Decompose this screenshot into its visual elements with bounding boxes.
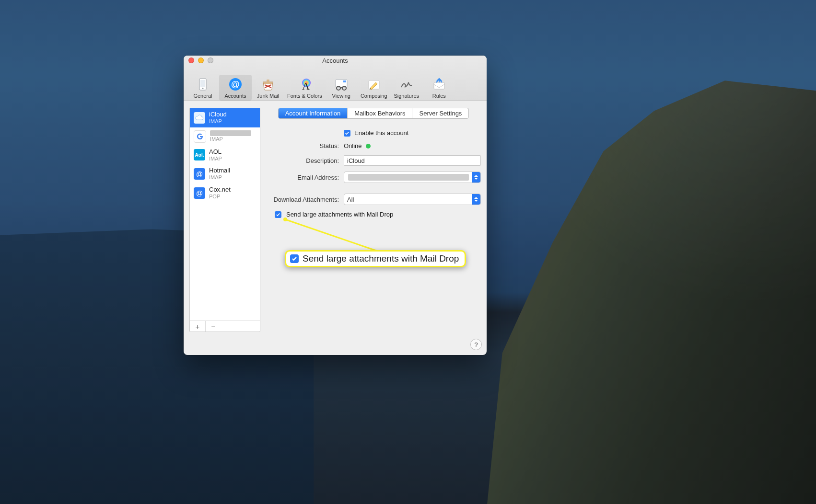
toolbar-signatures[interactable]: Signatures: [390, 75, 423, 101]
toolbar-rules[interactable]: Rules: [423, 75, 455, 101]
aol-icon: Aol.: [194, 149, 205, 160]
minimize-window-button[interactable]: [198, 57, 204, 63]
toolbar-signatures-label: Signatures: [394, 93, 419, 99]
remove-account-button[interactable]: −: [206, 321, 221, 332]
annotation-checkbox-icon: [290, 254, 299, 263]
annotation-callout: Send large attachments with Mail Drop: [285, 250, 466, 267]
toolbar-general-label: General: [193, 93, 212, 99]
window-footer: ?: [184, 336, 487, 355]
account-row-icloud[interactable]: iCloud IMAP: [190, 108, 260, 127]
toolbar-fonts-label: Fonts & Colors: [287, 93, 322, 99]
rules-icon: [431, 77, 447, 92]
accounts-sidebar: iCloud IMAP IMAP Aol. AO: [189, 108, 260, 332]
tab-account-information[interactable]: Account Information: [279, 108, 348, 118]
account-protocol: IMAP: [209, 118, 227, 125]
email-address-popup[interactable]: [344, 172, 481, 183]
description-field[interactable]: iCloud: [344, 155, 481, 166]
email-row: Email Address:: [266, 172, 481, 183]
toolbar-junk-label: Junk Mail: [257, 93, 279, 99]
download-attachments-popup[interactable]: All: [344, 194, 481, 205]
popup-arrows-icon: [472, 172, 480, 183]
mail-drop-label: Send large attachments with Mail Drop: [286, 211, 393, 218]
accounts-icon: @: [228, 77, 243, 92]
account-row-google[interactable]: IMAP: [190, 127, 260, 146]
mail-drop-checkbox[interactable]: [275, 211, 281, 218]
window-titlebar: Accounts General @ Accounts: [184, 56, 487, 101]
toolbar-viewing-label: Viewing: [332, 93, 350, 99]
at-sign-icon: @: [194, 187, 205, 199]
toolbar-general[interactable]: General: [187, 75, 219, 101]
add-account-button[interactable]: +: [190, 321, 206, 332]
account-name-redacted: [210, 130, 251, 136]
account-row-cox[interactable]: @ Cox.net POP: [190, 183, 260, 203]
account-name: AOL: [209, 149, 222, 156]
account-row-hotmail[interactable]: @ Hotmail IMAP: [190, 164, 260, 183]
svg-rect-11: [343, 80, 346, 82]
toolbar-accounts[interactable]: @ Accounts: [219, 75, 252, 101]
svg-rect-15: [434, 82, 444, 89]
svg-text:@: @: [231, 80, 240, 89]
toolbar-composing-label: Composing: [361, 93, 387, 99]
close-window-button[interactable]: [188, 57, 194, 63]
svg-point-2: [202, 88, 204, 89]
account-protocol: IMAP: [209, 156, 222, 162]
account-detail-pane: Account Information Mailbox Behaviors Se…: [266, 108, 481, 332]
account-row-aol[interactable]: Aol. AOL IMAP: [190, 146, 260, 165]
window-title: Accounts: [322, 57, 348, 64]
at-sign-icon: @: [194, 168, 205, 180]
tab-mailbox-behaviors[interactable]: Mailbox Behaviors: [348, 108, 412, 118]
sidebar-add-remove: + −: [190, 321, 260, 332]
viewing-icon: [334, 77, 349, 92]
status-value: Online: [344, 142, 362, 149]
description-label: Description:: [266, 157, 339, 164]
download-attachments-row: Download Attachments: All: [266, 194, 481, 205]
toolbar-viewing[interactable]: Viewing: [325, 75, 358, 101]
accounts-list: iCloud IMAP IMAP Aol. AO: [190, 108, 260, 321]
account-protocol: IMAP: [210, 136, 251, 142]
signatures-icon: [399, 77, 414, 92]
toolbar-rules-label: Rules: [432, 93, 446, 99]
toolbar-junk-mail[interactable]: Junk Mail: [252, 75, 284, 101]
description-row: Description: iCloud: [266, 155, 481, 166]
toolbar-accounts-label: Accounts: [224, 93, 246, 99]
tab-server-settings[interactable]: Server Settings: [412, 108, 468, 118]
account-protocol: POP: [209, 194, 231, 200]
google-icon: [194, 130, 206, 143]
help-button[interactable]: ?: [470, 339, 482, 350]
enable-account-checkbox[interactable]: [344, 130, 350, 137]
annotation-text: Send large attachments with Mail Drop: [303, 253, 459, 264]
status-indicator-icon: [366, 144, 371, 149]
popup-arrows-icon: [472, 194, 480, 205]
account-name: Hotmail: [209, 167, 230, 174]
zoom-window-button[interactable]: [208, 57, 213, 63]
icloud-icon: [194, 112, 205, 124]
enable-account-row: Enable this account: [266, 129, 481, 137]
composing-icon: [366, 77, 382, 92]
account-name: iCloud: [209, 111, 227, 118]
svg-text:A: A: [302, 80, 310, 92]
status-row: Status: Online: [266, 142, 481, 149]
email-address-label: Email Address:: [266, 174, 339, 181]
toolbar-fonts-colors[interactable]: A Fonts & Colors: [284, 75, 325, 101]
svg-rect-5: [267, 80, 269, 82]
enable-account-label: Enable this account: [354, 129, 408, 137]
account-tabs: Account Information Mailbox Behaviors Se…: [278, 108, 469, 119]
window-controls: [188, 57, 213, 63]
junk-mail-icon: [260, 77, 276, 92]
account-name: Cox.net: [209, 186, 231, 194]
status-label: Status:: [266, 142, 339, 149]
download-attachments-label: Download Attachments:: [266, 196, 339, 203]
mail-preferences-window: Accounts General @ Accounts: [184, 56, 487, 355]
svg-rect-1: [200, 80, 205, 87]
account-protocol: IMAP: [209, 174, 230, 181]
toolbar-composing[interactable]: Composing: [358, 75, 390, 101]
mail-drop-row: Send large attachments with Mail Drop: [275, 211, 481, 218]
general-icon: [195, 77, 210, 92]
preferences-toolbar: General @ Accounts Junk Mail A: [184, 66, 487, 101]
fonts-colors-icon: A: [297, 77, 312, 92]
